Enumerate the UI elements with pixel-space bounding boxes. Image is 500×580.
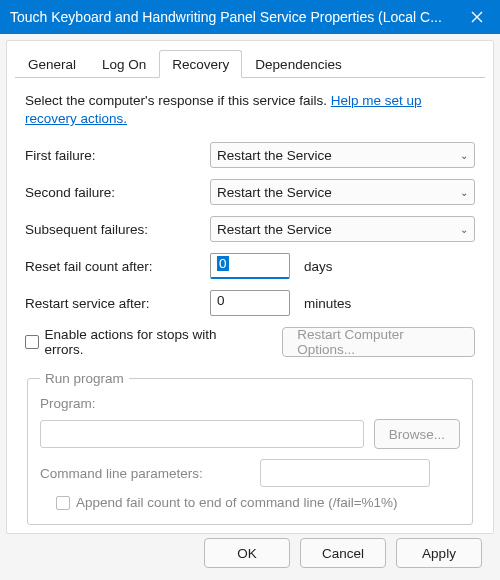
cmd-params-label: Command line parameters:: [40, 466, 250, 481]
tab-log-on[interactable]: Log On: [89, 50, 159, 78]
chevron-down-icon: ⌄: [460, 150, 468, 161]
checkbox-icon: [25, 335, 39, 349]
input-value: 0: [217, 256, 229, 271]
checkbox-icon: [56, 496, 70, 510]
tab-label: Recovery: [172, 57, 229, 72]
select-value: Restart the Service: [217, 222, 332, 237]
cmd-params-input[interactable]: [260, 459, 430, 487]
intro-text: Select the computer's response if this s…: [25, 92, 475, 128]
window-title: Touch Keyboard and Handwriting Panel Ser…: [10, 9, 442, 25]
close-button[interactable]: [454, 0, 500, 34]
program-input[interactable]: [40, 420, 364, 448]
program-label: Program:: [40, 396, 460, 411]
tab-label: Dependencies: [255, 57, 341, 72]
first-failure-select[interactable]: Restart the Service ⌄: [210, 142, 475, 168]
tab-label: Log On: [102, 57, 146, 72]
restart-computer-options-button[interactable]: Restart Computer Options...: [282, 327, 475, 357]
browse-button[interactable]: Browse...: [374, 419, 460, 449]
intro-plain: Select the computer's response if this s…: [25, 93, 331, 108]
tab-general[interactable]: General: [15, 50, 89, 78]
reset-count-unit: days: [304, 259, 333, 274]
second-failure-label: Second failure:: [25, 185, 210, 200]
chevron-down-icon: ⌄: [460, 224, 468, 235]
input-value: 0: [217, 293, 225, 308]
dialog-footer: OK Cancel Apply: [196, 530, 490, 576]
second-failure-select[interactable]: Restart the Service ⌄: [210, 179, 475, 205]
subsequent-failures-select[interactable]: Restart the Service ⌄: [210, 216, 475, 242]
restart-after-input[interactable]: 0: [210, 290, 290, 316]
reset-count-label: Reset fail count after:: [25, 259, 210, 274]
tab-strip: General Log On Recovery Dependencies: [15, 49, 485, 78]
cancel-button[interactable]: Cancel: [300, 538, 386, 568]
tab-content: Select the computer's response if this s…: [15, 78, 485, 535]
first-failure-label: First failure:: [25, 148, 210, 163]
select-value: Restart the Service: [217, 185, 332, 200]
titlebar: Touch Keyboard and Handwriting Panel Ser…: [0, 0, 500, 34]
checkbox-label: Enable actions for stops with errors.: [45, 327, 253, 357]
close-icon: [471, 9, 483, 26]
run-program-group: Run program Program: Browse... Command l…: [27, 371, 473, 525]
restart-after-unit: minutes: [304, 296, 351, 311]
subsequent-failures-label: Subsequent failures:: [25, 222, 210, 237]
tab-recovery[interactable]: Recovery: [159, 50, 242, 78]
chevron-down-icon: ⌄: [460, 187, 468, 198]
ok-button[interactable]: OK: [204, 538, 290, 568]
client-area: General Log On Recovery Dependencies Sel…: [6, 40, 494, 534]
run-program-legend: Run program: [40, 371, 129, 386]
checkbox-label: Append fail count to end of command line…: [76, 495, 398, 510]
append-fail-checkbox[interactable]: Append fail count to end of command line…: [56, 495, 460, 510]
enable-actions-checkbox[interactable]: Enable actions for stops with errors.: [25, 327, 252, 357]
reset-count-input[interactable]: 0: [210, 253, 290, 279]
apply-button[interactable]: Apply: [396, 538, 482, 568]
restart-after-label: Restart service after:: [25, 296, 210, 311]
tab-dependencies[interactable]: Dependencies: [242, 50, 354, 78]
tab-label: General: [28, 57, 76, 72]
select-value: Restart the Service: [217, 148, 332, 163]
